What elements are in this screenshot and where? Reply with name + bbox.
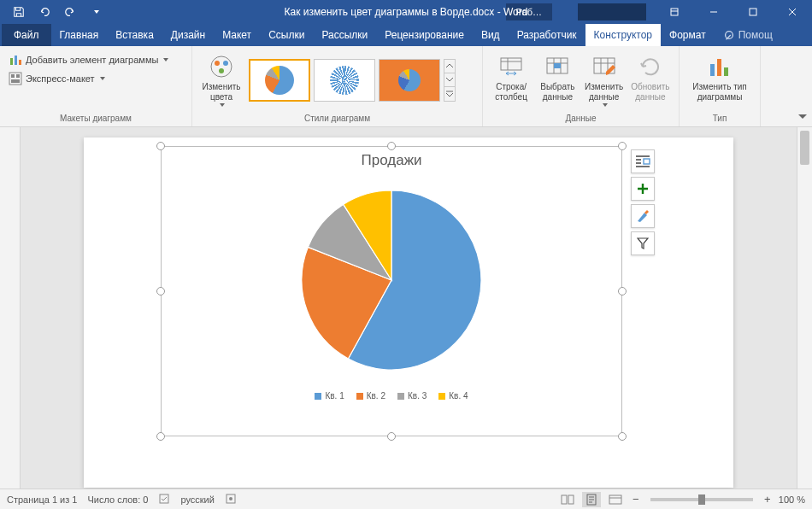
minimize-button[interactable] bbox=[694, 0, 733, 24]
titlebar-right: Раб… bbox=[506, 0, 812, 24]
svg-point-24 bbox=[229, 497, 232, 500]
tab-tell-me[interactable]: Помощ bbox=[715, 24, 781, 46]
quick-layout-button[interactable]: Экспресс-макет bbox=[5, 70, 172, 87]
zoom-slider-thumb[interactable] bbox=[698, 494, 705, 505]
tab-insert[interactable]: Вставка bbox=[107, 24, 162, 46]
resize-handle[interactable] bbox=[618, 287, 627, 295]
chart-filters-button[interactable] bbox=[631, 231, 655, 255]
word-count[interactable]: Число слов: 0 bbox=[87, 494, 148, 505]
tab-developer[interactable]: Разработчик bbox=[509, 24, 585, 46]
chart-type-icon bbox=[706, 53, 733, 80]
proofing-icon[interactable] bbox=[158, 493, 170, 506]
tab-chart-format[interactable]: Формат bbox=[661, 24, 715, 46]
edit-data-label: Изменить данные bbox=[585, 82, 623, 102]
change-colors-button[interactable]: Изменить цвета bbox=[197, 50, 245, 110]
legend-item[interactable]: Кв. 3 bbox=[397, 391, 427, 401]
chart-style-1[interactable] bbox=[249, 59, 310, 102]
legend-item[interactable]: Кв. 1 bbox=[315, 391, 344, 401]
chart-legend[interactable]: Кв. 1Кв. 2Кв. 3Кв. 4 bbox=[162, 391, 621, 401]
redo-button[interactable] bbox=[58, 2, 82, 22]
tab-home[interactable]: Главная bbox=[51, 24, 108, 46]
add-chart-element-button[interactable]: Добавить элемент диаграммы bbox=[5, 51, 172, 68]
tab-chart-design[interactable]: Конструктор bbox=[585, 24, 661, 46]
group-data: Строка/ столбец Выбрать данные Изменить … bbox=[483, 46, 680, 126]
legend-label: Кв. 4 bbox=[449, 391, 468, 401]
legend-item[interactable]: Кв. 2 bbox=[356, 391, 385, 401]
page-indicator[interactable]: Страница 1 из 1 bbox=[7, 494, 77, 505]
chart-style-2[interactable] bbox=[314, 59, 375, 102]
vertical-ruler bbox=[0, 127, 21, 489]
tab-review[interactable]: Рецензирование bbox=[376, 24, 473, 46]
print-layout-button[interactable] bbox=[582, 492, 601, 507]
canvas[interactable]: Продажи Кв. 1Кв. 2Кв. 3Кв. 4 bbox=[21, 127, 797, 489]
switch-row-col-button[interactable]: Строка/ столбец bbox=[488, 50, 534, 105]
web-layout-button[interactable] bbox=[606, 492, 625, 507]
svg-rect-26 bbox=[568, 495, 574, 504]
refresh-icon bbox=[637, 53, 664, 80]
collapse-ribbon-button[interactable] bbox=[798, 111, 807, 123]
svg-rect-22 bbox=[160, 494, 168, 503]
svg-rect-0 bbox=[671, 9, 678, 15]
gallery-down-button[interactable] bbox=[444, 73, 455, 87]
maximize-button[interactable] bbox=[733, 0, 773, 24]
svg-rect-21 bbox=[644, 159, 650, 164]
macro-icon[interactable] bbox=[225, 493, 237, 506]
resize-handle[interactable] bbox=[387, 142, 396, 150]
qat-customize-button[interactable] bbox=[84, 2, 108, 22]
chart-styles-button[interactable] bbox=[631, 204, 655, 228]
resize-handle[interactable] bbox=[156, 142, 165, 150]
edit-data-button[interactable]: Изменить данные bbox=[581, 50, 627, 110]
legend-item[interactable]: Кв. 4 bbox=[438, 391, 468, 401]
zoom-level[interactable]: 100 % bbox=[779, 494, 805, 505]
chart-float-buttons bbox=[631, 149, 655, 255]
edit-data-icon bbox=[591, 53, 618, 80]
group-type: Изменить тип диаграммы Тип bbox=[680, 46, 761, 126]
change-chart-type-button[interactable]: Изменить тип диаграммы bbox=[685, 50, 755, 105]
undo-button[interactable] bbox=[32, 2, 56, 22]
resize-handle[interactable] bbox=[618, 142, 627, 150]
tab-design[interactable]: Дизайн bbox=[162, 24, 214, 46]
group-chart-layouts: Добавить элемент диаграммы Экспресс-маке… bbox=[0, 46, 192, 126]
pie-chart[interactable] bbox=[297, 186, 485, 374]
zoom-out-button[interactable]: − bbox=[630, 494, 642, 506]
refresh-label: Обновить данные bbox=[631, 82, 669, 102]
tab-mailings[interactable]: Рассылки bbox=[313, 24, 376, 46]
chart-elements-button[interactable] bbox=[631, 177, 655, 201]
svg-rect-18 bbox=[710, 64, 715, 76]
read-mode-button[interactable] bbox=[558, 492, 577, 507]
chart-object[interactable]: Продажи Кв. 1Кв. 2Кв. 3Кв. 4 bbox=[161, 146, 622, 436]
account-menu[interactable] bbox=[578, 3, 646, 20]
ribbon: Добавить элемент диаграммы Экспресс-маке… bbox=[0, 46, 812, 127]
save-button[interactable] bbox=[7, 2, 31, 22]
zoom-in-button[interactable]: + bbox=[762, 494, 774, 506]
gallery-up-button[interactable] bbox=[444, 60, 455, 73]
tab-references[interactable]: Ссылки bbox=[260, 24, 313, 46]
resize-handle[interactable] bbox=[156, 287, 165, 295]
close-button[interactable] bbox=[773, 0, 812, 24]
tab-view[interactable]: Вид bbox=[473, 24, 509, 46]
svg-rect-5 bbox=[19, 60, 21, 65]
svg-rect-7 bbox=[11, 74, 15, 78]
select-data-button[interactable]: Выбрать данные bbox=[534, 50, 580, 105]
chart-plot-area[interactable] bbox=[162, 169, 621, 391]
zoom-slider[interactable] bbox=[650, 498, 753, 501]
layout-options-button[interactable] bbox=[631, 149, 655, 173]
language-indicator[interactable]: русский bbox=[180, 494, 214, 505]
group-label-type: Тип bbox=[680, 114, 760, 126]
legend-label: Кв. 2 bbox=[367, 391, 385, 401]
gallery-more-button[interactable] bbox=[444, 87, 455, 100]
resize-handle[interactable] bbox=[156, 432, 165, 441]
resize-handle[interactable] bbox=[618, 432, 627, 441]
vertical-scrollbar[interactable] bbox=[797, 127, 812, 489]
chart-style-3[interactable] bbox=[379, 59, 440, 102]
tab-layout[interactable]: Макет bbox=[214, 24, 260, 46]
scrollbar-thumb[interactable] bbox=[800, 131, 809, 165]
change-type-label: Изменить тип диаграммы bbox=[692, 82, 746, 102]
tab-file[interactable]: Файл bbox=[2, 24, 51, 46]
ribbon-tabs: Файл Главная Вставка Дизайн Макет Ссылки… bbox=[0, 24, 812, 46]
select-data-icon bbox=[544, 53, 571, 80]
resize-handle[interactable] bbox=[387, 432, 396, 441]
svg-point-13 bbox=[219, 68, 224, 73]
ribbon-options-button[interactable] bbox=[655, 0, 694, 24]
refresh-data-button[interactable]: Обновить данные bbox=[627, 50, 674, 105]
